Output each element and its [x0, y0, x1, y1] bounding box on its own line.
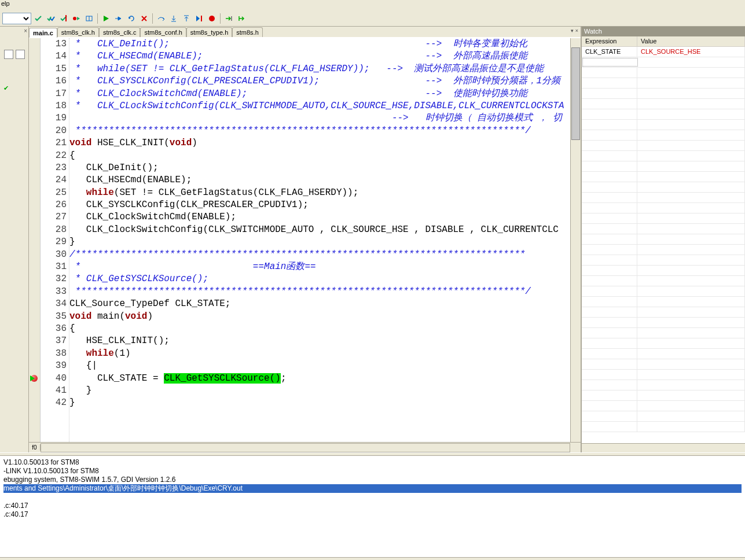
tb-make-icon[interactable] [45, 13, 57, 24]
watch-body[interactable]: CLK_STATECLK_SOURCE_HSE [582, 47, 745, 443]
tb-break-icon[interactable] [113, 13, 124, 24]
toolbar-combo[interactable] [2, 13, 31, 24]
horizontal-scrollbar[interactable] [41, 443, 570, 452]
tb-stop-icon[interactable] [138, 13, 150, 24]
tab-main-c[interactable]: main.c [29, 28, 57, 38]
toolbar-separator-3 [220, 13, 221, 24]
code-content[interactable]: * CLK_DeInit(); --> 时钟各变量初始化 * CLK_HSECm… [69, 38, 570, 442]
tb-compile-icon[interactable] [32, 13, 44, 24]
workspace: × ✔ main.cstm8s_clk.hstm8s_clk.cstm8s_co… [0, 27, 745, 452]
watch-pane: Watch Expression Value CLK_STATECLK_SOUR… [582, 27, 745, 452]
output-line-selected[interactable]: ments and Settings\Administrator\桌面\外部时钟… [3, 484, 742, 493]
tb-go-icon[interactable] [100, 13, 112, 24]
output-line: .c:40.17 [3, 502, 742, 510]
tb-reset-icon[interactable] [126, 13, 137, 24]
toolbar-separator [97, 13, 98, 24]
tab-stm8s_conf-h[interactable]: stm8s_conf.h [140, 27, 186, 37]
panel-icon-2[interactable] [16, 50, 25, 59]
tab-stm8s_type-h[interactable]: stm8s_type.h [186, 27, 232, 37]
tab-stm8s_clk-c[interactable]: stm8s_clk.c [99, 27, 140, 37]
watch-horizontal-scrollbar[interactable] [582, 443, 745, 452]
output-line: ebugging system, STM8-SWIM 1.5.7, GDI Ve… [3, 476, 742, 484]
tb-step-out-icon[interactable] [181, 13, 192, 24]
editor-footer: f0 [29, 442, 581, 452]
svg-point-11 [209, 16, 215, 21]
watch-header: Expression Value [582, 36, 745, 47]
tb-step-into-icon[interactable] [168, 13, 179, 24]
output-line: V1.10.0.50013 for STM8 [3, 458, 742, 467]
svg-rect-12 [231, 16, 232, 21]
check-icon: ✔ [3, 84, 9, 92]
status-bar [0, 557, 745, 559]
tab-stm8s_clk-h[interactable]: stm8s_clk.h [57, 27, 99, 37]
output-line: -LINK V1.10.0.50013 for STM8 [3, 467, 742, 476]
output-line: .c:40.17 [3, 510, 742, 519]
watch-title: Watch [582, 27, 745, 36]
watch-row-new[interactable] [582, 57, 745, 68]
close-icon[interactable]: × [24, 28, 27, 34]
menu-item-help[interactable]: elp [1, 0, 10, 7]
menu-bar[interactable]: elp [0, 0, 745, 10]
line-number-gutter: 1314151617181920212223242526272829303132… [41, 38, 69, 442]
tb-bp-toggle-icon[interactable] [206, 13, 218, 24]
left-panel: × ✔ [0, 27, 29, 452]
output-pane[interactable]: V1.10.0.50013 for STM8-LINK V1.10.0.5001… [0, 456, 745, 557]
code-area[interactable]: 1314151617181920212223242526272829303132… [29, 38, 581, 442]
watch-col-value[interactable]: Value [637, 36, 745, 46]
tab-nav-buttons[interactable]: ▾ × [571, 28, 578, 34]
tb-next-statement-icon[interactable] [223, 13, 234, 24]
tb-download-icon[interactable] [83, 13, 95, 24]
watch-col-expression[interactable]: Expression [582, 36, 637, 46]
tab-stm8s-h[interactable]: stm8s.h [232, 27, 263, 37]
editor-pane: main.cstm8s_clk.hstm8s_clk.cstm8s_conf.h… [29, 27, 582, 452]
watch-row[interactable]: CLK_STATECLK_SOURCE_HSE [582, 47, 745, 57]
toolbar [0, 10, 745, 27]
svg-point-1 [73, 17, 76, 20]
tb-stop-build-icon[interactable] [58, 13, 69, 24]
tb-run-to-cursor-icon[interactable] [193, 13, 205, 24]
toolbar-separator-2 [152, 13, 153, 24]
tb-set-next-icon[interactable] [236, 13, 247, 24]
scrollbar-thumb[interactable] [571, 47, 580, 140]
vertical-scrollbar[interactable] [570, 38, 581, 442]
panel-icon-1[interactable] [4, 50, 13, 59]
output-line [3, 493, 742, 502]
tb-toggle-bp-icon[interactable] [71, 13, 82, 24]
editor-tabs: main.cstm8s_clk.hstm8s_clk.cstm8s_conf.h… [29, 27, 581, 38]
tb-step-over-icon[interactable] [155, 13, 167, 24]
breakpoint-gutter[interactable] [29, 38, 41, 442]
editor-footer-fn[interactable]: f0 [29, 444, 41, 451]
